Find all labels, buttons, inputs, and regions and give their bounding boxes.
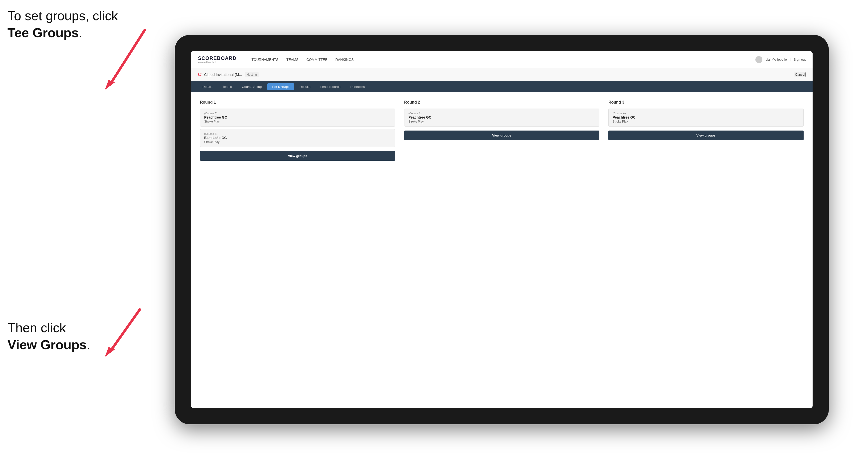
round-2-course-a-name: Peachtree GC: [408, 115, 595, 119]
round-2-course-a-label: (Course A): [408, 112, 595, 115]
nav-rankings[interactable]: RANKINGS: [336, 58, 354, 62]
nav-tournaments[interactable]: TOURNAMENTS: [251, 58, 278, 62]
round-1-course-a-format: Stroke Play: [204, 120, 391, 123]
main-content: Round 1 (Course A) Peachtree GC Stroke P…: [191, 92, 813, 408]
hosting-badge: Hosting: [245, 72, 259, 77]
instruction-bottom: Then click View Groups.: [7, 319, 90, 353]
round-3-course-a-name: Peachtree GC: [613, 115, 799, 119]
instruction-bottom-line1: Then click: [7, 320, 66, 335]
round-1-course-a-name: Peachtree GC: [204, 115, 391, 119]
logo: SCOREBOARD Powered by clippit: [198, 55, 237, 64]
tab-details[interactable]: Details: [198, 83, 217, 90]
round-3-title: Round 3: [608, 100, 804, 104]
tab-course-setup[interactable]: Course Setup: [238, 83, 267, 90]
round-3-column: Round 3 (Course A) Peachtree GC Stroke P…: [608, 100, 804, 161]
round-1-course-b-format: Stroke Play: [204, 140, 391, 144]
round-2-column: Round 2 (Course A) Peachtree GC Stroke P…: [404, 100, 599, 161]
nav-right: blair@clippd.io | Sign out: [755, 56, 806, 63]
instruction-top-line1: To set groups, click: [7, 8, 118, 23]
round-1-course-a-card: (Course A) Peachtree GC Stroke Play: [200, 108, 395, 127]
nav-committee[interactable]: COMMITTEE: [307, 58, 328, 62]
instruction-bottom-period: .: [87, 338, 90, 352]
round-1-course-a-label: (Course A): [204, 112, 391, 115]
tab-results[interactable]: Results: [295, 83, 315, 90]
round-2-course-a-format: Stroke Play: [408, 120, 595, 123]
round-1-title: Round 1: [200, 100, 395, 104]
logo-sub: Powered by clippit: [198, 61, 237, 64]
round-3-course-a-format: Stroke Play: [613, 120, 799, 123]
user-avatar: [755, 56, 763, 63]
round-3-course-a-label: (Course A): [613, 112, 799, 115]
svg-line-0: [110, 30, 145, 85]
arrow-view-groups-icon: [95, 305, 145, 362]
tablet-device: SCOREBOARD Powered by clippit TOURNAMENT…: [175, 35, 829, 424]
tournament-title: Clippd Invitational (M...: [204, 72, 242, 76]
user-email: blair@clippd.io: [766, 58, 786, 61]
round-3-view-groups-button[interactable]: View groups: [608, 130, 804, 140]
instruction-tee-groups-label: Tee Groups: [7, 26, 79, 40]
sub-header: C Clippd Invitational (M... Hosting Canc…: [191, 68, 813, 81]
cancel-button[interactable]: Cancel: [795, 72, 806, 77]
tab-tee-groups[interactable]: Tee Groups: [267, 83, 294, 90]
tablet-screen: SCOREBOARD Powered by clippit TOURNAMENT…: [191, 51, 813, 408]
tab-printables[interactable]: Printables: [346, 83, 369, 90]
rounds-grid: Round 1 (Course A) Peachtree GC Stroke P…: [200, 100, 804, 161]
round-2-course-a-card: (Course A) Peachtree GC Stroke Play: [404, 108, 599, 127]
tab-bar: Details Teams Course Setup Tee Groups Re…: [191, 81, 813, 92]
sub-header-logo-c: C: [198, 72, 202, 77]
round-2-title: Round 2: [404, 100, 599, 104]
logo-text: SCOREBOARD: [198, 55, 237, 61]
round-1-course-b-name: East Lake GC: [204, 136, 391, 140]
tab-leaderboards[interactable]: Leaderboards: [316, 83, 345, 90]
nav-links: TOURNAMENTS TEAMS COMMITTEE RANKINGS: [251, 58, 745, 62]
instruction-top-period: .: [79, 26, 82, 40]
round-2-view-groups-button[interactable]: View groups: [404, 130, 599, 140]
nav-teams[interactable]: TEAMS: [286, 58, 298, 62]
svg-line-2: [110, 310, 140, 352]
round-1-course-b-label: (Course B): [204, 132, 391, 135]
tab-teams[interactable]: Teams: [218, 83, 237, 90]
round-3-course-a-card: (Course A) Peachtree GC Stroke Play: [608, 108, 804, 127]
logo-scoreboard: SCOREBOARD: [198, 55, 237, 61]
sign-out-link[interactable]: Sign out: [794, 58, 806, 61]
instruction-view-groups-label: View Groups: [7, 338, 87, 352]
round-1-view-groups-button[interactable]: View groups: [200, 151, 395, 161]
round-1-course-b-card: (Course B) East Lake GC Stroke Play: [200, 129, 395, 147]
top-navigation: SCOREBOARD Powered by clippit TOURNAMENT…: [191, 51, 813, 68]
round-1-column: Round 1 (Course A) Peachtree GC Stroke P…: [200, 100, 395, 161]
arrow-tee-groups-icon: [95, 25, 150, 95]
sub-header-left: C Clippd Invitational (M... Hosting: [198, 72, 259, 77]
